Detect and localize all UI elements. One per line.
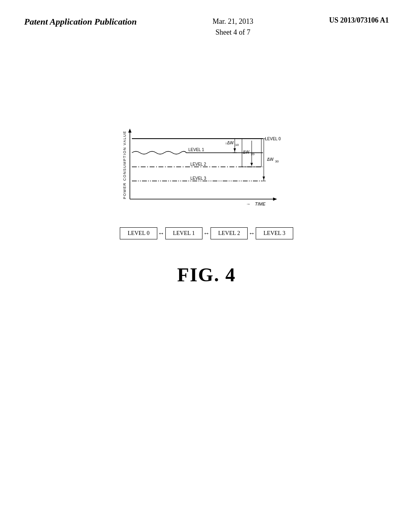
chart-svg: TIME → ↓ΔW 10 Δ xyxy=(106,127,299,211)
arrow-1-2: ↔ xyxy=(202,230,211,237)
level-box-1: LEVEL 1 xyxy=(165,227,202,239)
publication-date-sheet: Mar. 21, 2013 Sheet 4 of 7 xyxy=(213,16,253,38)
arrow-2-3: ↔ xyxy=(248,230,256,237)
main-diagram: POWER CONSUMPTION VALUE TIME → xyxy=(0,127,413,286)
svg-marker-1 xyxy=(128,129,131,133)
chart-container: POWER CONSUMPTION VALUE TIME → xyxy=(94,127,319,215)
svg-text:30: 30 xyxy=(275,160,279,163)
figure-label: FIG. 4 xyxy=(177,264,236,286)
svg-text:ΔW: ΔW xyxy=(267,157,274,162)
svg-marker-17 xyxy=(250,163,253,166)
svg-marker-23 xyxy=(263,177,265,180)
svg-text:TIME: TIME xyxy=(255,202,266,206)
svg-text:LEVEL 0: LEVEL 0 xyxy=(265,137,281,141)
svg-text:LEVEL 1: LEVEL 1 xyxy=(188,148,204,152)
svg-text:20: 20 xyxy=(251,152,254,156)
svg-text:LEVEL 3: LEVEL 3 xyxy=(190,176,206,181)
svg-marker-12 xyxy=(234,148,236,152)
svg-text:10: 10 xyxy=(235,143,239,147)
level-box-0: LEVEL 0 xyxy=(120,227,157,239)
svg-text:LEVEL 2: LEVEL 2 xyxy=(190,162,206,166)
svg-text:→: → xyxy=(246,202,250,206)
publication-title: Patent Application Publication xyxy=(24,16,137,28)
svg-marker-3 xyxy=(273,197,277,201)
sheet-info: Sheet 4 of 7 xyxy=(215,28,250,36)
level-box-2: LEVEL 2 xyxy=(211,227,248,239)
publication-date: Mar. 21, 2013 xyxy=(213,17,253,25)
patent-number: US 2013/073106 A1 xyxy=(329,16,389,25)
svg-text:↓ΔW: ↓ΔW xyxy=(225,141,234,145)
arrow-0-1: ↔ xyxy=(157,230,165,237)
level-box-3: LEVEL 3 xyxy=(256,227,293,239)
svg-text:ΔW: ΔW xyxy=(243,150,250,154)
page-header: Patent Application Publication Mar. 21, … xyxy=(0,0,413,38)
level-boxes-row: LEVEL 0 ↔ LEVEL 1 ↔ LEVEL 2 ↔ LEVEL 3 xyxy=(120,227,293,239)
